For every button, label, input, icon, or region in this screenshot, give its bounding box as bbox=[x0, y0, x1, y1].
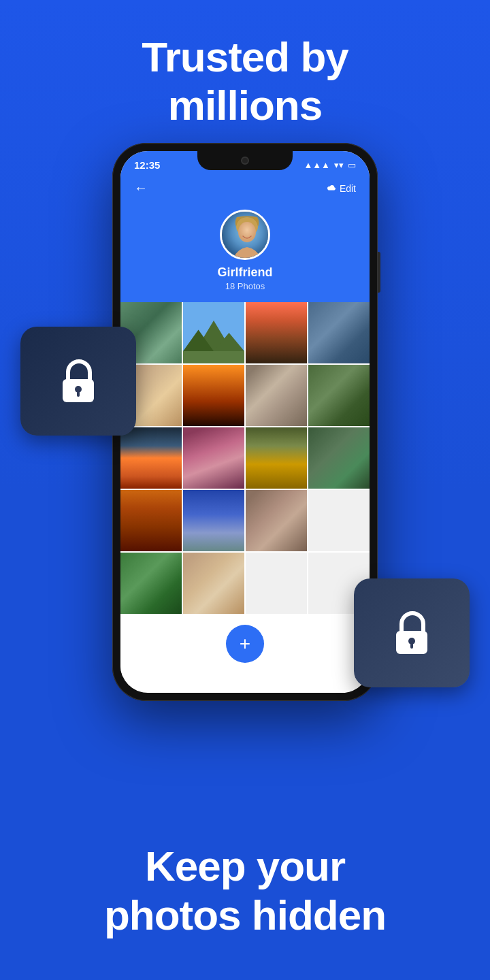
footer-title: Keep your photos hidden bbox=[0, 842, 490, 939]
lock-badge-right bbox=[354, 578, 470, 687]
photo-cell-4[interactable] bbox=[308, 302, 370, 363]
app-header: ← Edit bbox=[120, 176, 370, 210]
header-section: Trusted by millions bbox=[0, 0, 490, 130]
photo-cell-12[interactable] bbox=[308, 427, 370, 489]
photo-cell-19-empty bbox=[246, 553, 307, 614]
status-time: 12:35 bbox=[134, 159, 160, 171]
battery-icon: ▭ bbox=[348, 160, 356, 170]
photo-cell-13[interactable] bbox=[120, 490, 182, 551]
cloud-icon bbox=[325, 184, 337, 193]
photo-cell-9[interactable] bbox=[120, 427, 182, 489]
photo-cell-16-empty bbox=[308, 490, 370, 551]
back-button[interactable]: ← bbox=[134, 180, 148, 196]
photo-cell-8[interactable] bbox=[308, 365, 370, 426]
phone-camera bbox=[241, 157, 249, 165]
footer-line2: photos hidden bbox=[104, 892, 386, 938]
profile-photo-count: 18 Photos bbox=[225, 281, 265, 291]
phone-side-button bbox=[378, 252, 380, 293]
footer-line1: Keep your bbox=[145, 843, 345, 889]
photo-cell-11[interactable] bbox=[246, 427, 307, 489]
footer-section: Keep your photos hidden bbox=[0, 842, 490, 939]
lock-icon-right bbox=[388, 609, 436, 657]
status-icons: ▲▲▲ ▾▾ ▭ bbox=[304, 160, 356, 170]
photo-cell-7[interactable] bbox=[246, 365, 307, 426]
svg-rect-13 bbox=[410, 643, 413, 649]
header-line1: Trusted by bbox=[142, 33, 348, 80]
photo-cell-6[interactable] bbox=[183, 365, 244, 426]
photo-cell-3[interactable] bbox=[246, 302, 307, 363]
profile-name: Girlfriend bbox=[217, 265, 272, 280]
phone-screen: 12:35 ▲▲▲ ▾▾ ▭ ← Edit bbox=[120, 151, 370, 693]
photo-cell-10[interactable] bbox=[183, 427, 244, 489]
add-button-row: + bbox=[120, 614, 370, 676]
avatar-svg bbox=[222, 212, 270, 260]
wifi-icon: ▾▾ bbox=[334, 160, 344, 170]
signal-icon: ▲▲▲ bbox=[304, 160, 330, 170]
page-background: Trusted by millions 12:35 ▲▲▲ bbox=[0, 0, 490, 980]
header-line2: millions bbox=[168, 82, 322, 129]
svg-point-5 bbox=[238, 222, 256, 242]
edit-label: Edit bbox=[340, 183, 356, 194]
photo-cell-14[interactable] bbox=[183, 490, 244, 551]
photo-grid bbox=[120, 302, 370, 614]
mountain-photo-svg bbox=[183, 302, 244, 363]
photo-cell-15[interactable] bbox=[246, 490, 307, 551]
svg-rect-2 bbox=[77, 391, 80, 397]
lock-badge-left bbox=[20, 327, 136, 436]
add-photo-button[interactable]: + bbox=[226, 625, 264, 663]
profile-avatar bbox=[220, 210, 270, 260]
lock-icon-left bbox=[54, 357, 102, 405]
avatar-image bbox=[222, 212, 268, 258]
header-title: Trusted by millions bbox=[0, 33, 490, 130]
profile-section: Girlfriend 18 Photos bbox=[120, 210, 370, 302]
phone-mockup: 12:35 ▲▲▲ ▾▾ ▭ ← Edit bbox=[112, 143, 378, 701]
photo-cell-18[interactable] bbox=[183, 553, 244, 614]
phone-frame: 12:35 ▲▲▲ ▾▾ ▭ ← Edit bbox=[112, 143, 378, 701]
photo-cell-17[interactable] bbox=[120, 553, 182, 614]
cloud-edit-button[interactable]: Edit bbox=[325, 183, 356, 194]
photo-cell-2[interactable] bbox=[183, 302, 244, 363]
svg-rect-10 bbox=[183, 351, 244, 363]
phone-notch bbox=[197, 151, 293, 170]
